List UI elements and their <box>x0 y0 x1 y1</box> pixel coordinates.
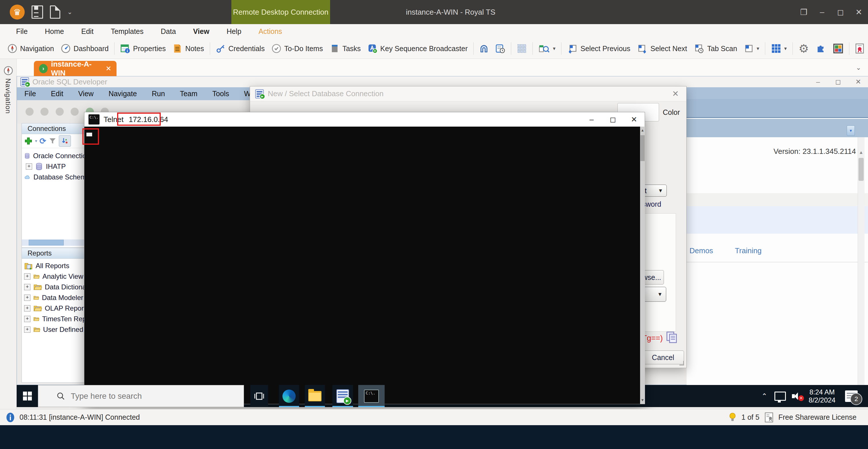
sqldev-menu-team[interactable]: Team <box>180 90 197 98</box>
maximize-button[interactable]: ◻ <box>831 0 849 24</box>
remote-sqldev-button[interactable]: ▶ <box>332 385 353 407</box>
license-label[interactable]: Free Shareware License <box>778 413 857 421</box>
tree-item-oracle-connection[interactable]: Oracle Connection <box>22 150 90 161</box>
navigation-rail-label[interactable]: Navigation <box>4 79 12 114</box>
find-window-button[interactable]: ▾ <box>535 40 559 57</box>
menu-templates[interactable]: Templates <box>102 27 152 36</box>
reports-panel-header[interactable]: Reports <box>22 248 90 259</box>
close-button[interactable]: ✕ <box>849 0 868 24</box>
tasks-button[interactable]: Tasks <box>327 40 364 57</box>
royalts-logo-icon[interactable]: ♛ <box>10 5 25 20</box>
telnet-minimize-button[interactable]: – <box>581 112 602 127</box>
telnet-close-button[interactable]: ✕ <box>623 112 645 127</box>
filter-icon[interactable] <box>49 137 57 145</box>
sqldev-menu-edit[interactable]: Edit <box>51 90 63 98</box>
sqldev-close-button[interactable]: ✕ <box>848 77 868 87</box>
menu-actions[interactable]: Actions <box>250 27 291 36</box>
scroll-down-icon[interactable]: ▼ <box>640 396 645 404</box>
sqldev-toolbar-icon[interactable] <box>71 108 79 116</box>
remote-search-input[interactable] <box>70 391 231 401</box>
sqldev-toolbar-icon[interactable] <box>56 108 64 116</box>
tree-item-report-folder[interactable]: + User Defined R <box>22 324 90 335</box>
new-document-icon[interactable] <box>50 5 60 19</box>
scroll-up-icon[interactable]: ▲ <box>858 150 864 155</box>
settings-button[interactable]: ⚙ <box>795 40 812 57</box>
scroll-up-icon[interactable]: ▲ <box>640 127 645 134</box>
sqldev-menu-run[interactable]: Run <box>152 90 165 98</box>
demos-link[interactable]: Demos <box>689 246 713 255</box>
add-connection-icon[interactable] <box>24 137 33 145</box>
sqldev-menu-tools[interactable]: Tools <box>212 90 229 98</box>
remote-task-view-button[interactable] <box>250 385 268 407</box>
navigation-compass-icon[interactable] <box>3 66 13 76</box>
telnet-maximize-button[interactable]: ◻ <box>602 112 623 127</box>
tree-item-all-reports[interactable]: All Reports <box>22 260 90 271</box>
hscrollbar-thumb[interactable] <box>29 240 64 245</box>
remote-clock[interactable]: 8:24 AM8/2/2024 <box>805 385 839 407</box>
expand-icon[interactable]: + <box>26 163 32 170</box>
sqldev-minimize-button[interactable]: – <box>808 77 828 87</box>
recent-contacts-button[interactable] <box>492 40 508 57</box>
remote-tray-chevron-icon[interactable]: ⌃ <box>758 385 771 407</box>
remote-cmd-button[interactable]: C:\. <box>358 385 384 407</box>
remote-network-icon[interactable] <box>773 385 787 407</box>
panes-icon[interactable]: ❐ <box>795 0 813 24</box>
expand-icon[interactable]: + <box>24 273 30 280</box>
remote-start-button[interactable] <box>17 385 38 407</box>
session-tab-close-icon[interactable]: ✕ <box>105 65 112 72</box>
ad-explorer-button[interactable] <box>476 40 492 57</box>
grid-view-button[interactable] <box>514 40 530 57</box>
add-chevron-icon[interactable]: ▾ <box>35 139 37 144</box>
expand-icon[interactable]: + <box>24 295 30 301</box>
plugins-button[interactable] <box>812 40 830 57</box>
remote-search-bar[interactable] <box>38 385 244 407</box>
resize-grip[interactable] <box>679 361 684 365</box>
remote-volume-muted-icon[interactable]: ✕ <box>789 385 805 407</box>
menu-edit[interactable]: Edit <box>73 27 102 36</box>
connection-type-tab[interactable]: Remote Desktop Connection <box>231 0 330 24</box>
toolbar-overflow-chevron-icon[interactable]: ▾ <box>847 125 855 136</box>
sort-button[interactable] <box>59 135 71 147</box>
expand-icon[interactable]: + <box>24 316 30 322</box>
scrollbar-thumb[interactable] <box>640 135 645 161</box>
todo-items-button[interactable]: To-Do Items <box>268 40 327 57</box>
tree-item-report-folder[interactable]: + OLAP Reports <box>22 303 90 313</box>
session-tab-instance-a-win[interactable]: › instance-A-WIN ✕ <box>34 61 117 76</box>
sqldev-menu-navigate[interactable]: Navigate <box>108 90 137 98</box>
dashboard-button[interactable]: Dashboard <box>57 40 112 57</box>
remote-action-center-button[interactable]: 2 <box>840 385 862 407</box>
connections-panel-header[interactable]: Connections <box>22 123 90 134</box>
sqldev-menu-file[interactable]: File <box>24 90 36 98</box>
license-button[interactable] <box>851 40 868 57</box>
remote-edge-button[interactable] <box>279 385 299 407</box>
telnet-console[interactable] <box>85 127 640 404</box>
tab-scan-button[interactable]: Tab Scan <box>691 40 741 57</box>
credentials-button[interactable]: Credentials <box>212 40 268 57</box>
training-link[interactable]: Training <box>735 246 762 255</box>
expand-icon[interactable]: + <box>24 326 30 333</box>
sqldev-menu-view[interactable]: View <box>78 90 94 98</box>
menu-view[interactable]: View <box>185 27 218 36</box>
refresh-icon[interactable]: ⟳ <box>40 137 46 146</box>
welcome-vscrollbar[interactable]: ▲ <box>858 137 865 385</box>
layout-grid-button[interactable]: ▾ <box>768 40 790 57</box>
tabstrip-chevron-down-icon[interactable]: ⌄ <box>851 62 866 73</box>
menu-help[interactable]: Help <box>218 27 250 36</box>
menu-data[interactable]: Data <box>152 27 185 36</box>
navigation-button[interactable]: Navigation <box>4 40 57 57</box>
minimize-button[interactable]: – <box>813 0 831 24</box>
cancel-button[interactable]: Cancel <box>642 351 684 364</box>
sqldev-maximize-button[interactable]: ◻ <box>828 77 848 87</box>
select-next-button[interactable]: Select Next <box>634 40 691 57</box>
connections-hscrollbar[interactable] <box>22 239 90 246</box>
expand-icon[interactable]: + <box>24 305 30 311</box>
sqldev-toolbar-icon[interactable] <box>40 108 49 116</box>
vscrollbar-thumb[interactable] <box>859 158 864 181</box>
tree-item-report-folder[interactable]: + Data Dictionar <box>22 281 90 292</box>
select-previous-button[interactable]: Select Previous <box>564 40 634 57</box>
tree-item-database-schema[interactable]: Database Schema <box>22 172 90 182</box>
tip-counter[interactable]: 1 of 5 <box>741 413 760 421</box>
telnet-scrollbar[interactable]: ▲ ▼ <box>640 127 645 404</box>
tree-item-ihatp[interactable]: + IHATP <box>22 161 90 172</box>
window-menu-button[interactable]: ▾ <box>741 40 763 57</box>
